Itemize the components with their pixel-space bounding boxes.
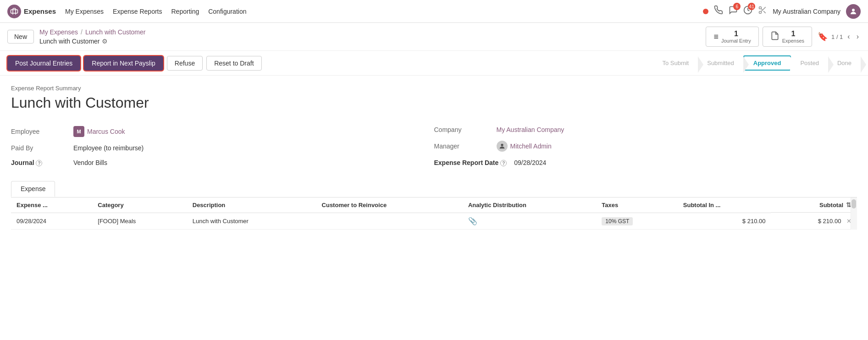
- pager-next[interactable]: ›: [855, 32, 861, 42]
- nav-my-expenses[interactable]: My Expenses: [65, 6, 104, 17]
- row-date: 09/28/2024: [11, 213, 92, 229]
- activity-badge: 41: [748, 3, 755, 10]
- breadcrumb-top: My Expenses / Lunch with Customer: [39, 28, 145, 36]
- new-button[interactable]: New: [7, 30, 34, 44]
- status-posted[interactable]: Posted: [791, 56, 828, 70]
- next-payslip-button[interactable]: Report in Next Payslip: [84, 56, 163, 71]
- app-name: Expenses: [24, 7, 56, 15]
- user-avatar[interactable]: [846, 4, 861, 19]
- col-expense-date: Expense ...: [11, 197, 92, 213]
- company-name: My Australian Company: [773, 8, 840, 15]
- form-right: Company My Australian Company Manager Mi…: [434, 122, 857, 170]
- svg-line-5: [761, 9, 763, 10]
- toolbar: New My Expenses / Lunch with Customer Lu…: [0, 23, 868, 51]
- paid-by-row: Paid By Employee (to reimburse): [11, 141, 434, 155]
- pager-prev[interactable]: ‹: [846, 32, 851, 42]
- table-container: Expense ... Category Description Custome…: [11, 197, 857, 230]
- scrollbar-thumb[interactable]: [851, 199, 856, 208]
- row-category: [FOOD] Meals: [92, 213, 187, 229]
- table-row: 09/28/2024 [FOOD] Meals Lunch with Custo…: [11, 213, 857, 229]
- journal-value: Vendor Bills: [73, 159, 107, 166]
- journal-entry-button[interactable]: ≡ 1 Journal Entry: [706, 27, 758, 47]
- company-label: Company: [434, 126, 489, 133]
- status-submitted[interactable]: Submitted: [698, 56, 743, 70]
- tax-badge: 10% GST: [602, 217, 633, 225]
- status-bar: To Submit Submitted Approved Posted Done: [653, 55, 861, 71]
- action-bar: Post Journal Entries Report in Next Pays…: [0, 51, 868, 76]
- manager-value[interactable]: Mitchell Admin: [497, 141, 552, 152]
- svg-point-1: [759, 7, 762, 9]
- analytic-link-icon[interactable]: 📎: [468, 217, 477, 225]
- chat-icon[interactable]: 6: [729, 5, 738, 17]
- pager-text: 1 / 1: [831, 33, 843, 40]
- breadcrumb: My Expenses / Lunch with Customer Lunch …: [39, 28, 700, 45]
- nav-links: My Expenses Expense Reports Reporting Co…: [65, 6, 694, 17]
- refuse-button[interactable]: Refuse: [167, 56, 203, 71]
- expenses-icon: [770, 31, 780, 43]
- app-logo: Expenses: [7, 5, 56, 18]
- chat-badge: 6: [733, 3, 741, 10]
- col-subtotal: Subtotal ⇅: [771, 197, 857, 213]
- expense-date-value: 09/28/2024: [514, 159, 546, 166]
- nav-reporting[interactable]: Reporting: [171, 6, 199, 17]
- manager-name: Mitchell Admin: [510, 143, 552, 150]
- expenses-info: 1 Expenses: [782, 30, 804, 44]
- svg-point-6: [852, 9, 855, 11]
- status-approved[interactable]: Approved: [743, 55, 791, 71]
- post-journal-button[interactable]: Post Journal Entries: [7, 56, 80, 71]
- reset-draft-button[interactable]: Reset to Draft: [206, 56, 261, 71]
- report-title: Lunch with Customer: [11, 94, 857, 111]
- expenses-button[interactable]: 1 Expenses: [763, 27, 812, 47]
- expense-table: Expense ... Category Description Custome…: [11, 197, 857, 230]
- paid-by-value: Employee (to reimburse): [73, 144, 144, 152]
- company-value[interactable]: My Australian Company: [497, 126, 564, 133]
- tabs: Expense: [11, 181, 857, 197]
- section-label: Expense Report Summary: [11, 85, 857, 92]
- col-analytic: Analytic Distribution: [463, 197, 596, 213]
- expense-date-help-icon[interactable]: ?: [500, 160, 507, 166]
- expense-date-row: Expense Report Date ? 09/28/2024: [434, 155, 857, 170]
- phone-icon[interactable]: [714, 5, 723, 17]
- breadcrumb-current-top[interactable]: Lunch with Customer: [85, 28, 146, 36]
- table-header-row: Expense ... Category Description Custome…: [11, 197, 857, 213]
- col-category: Category: [92, 197, 187, 213]
- journal-label: Journal ?: [11, 159, 66, 166]
- settings-gear-icon[interactable]: ⚙: [102, 38, 108, 45]
- form-grid: Employee M Marcus Cook Paid By Employee …: [11, 122, 857, 170]
- col-customer: Customer to Reinvoice: [316, 197, 463, 213]
- row-taxes: 10% GST: [596, 213, 677, 229]
- nav-expense-reports[interactable]: Expense Reports: [113, 6, 162, 17]
- paid-by-label: Paid By: [11, 144, 66, 152]
- journal-icon: ≡: [713, 32, 719, 42]
- breadcrumb-current-row: Lunch with Customer ⚙: [39, 38, 108, 45]
- manager-avatar: [497, 141, 508, 152]
- breadcrumb-parent[interactable]: My Expenses: [39, 28, 78, 36]
- breadcrumb-page-title: Lunch with Customer: [39, 38, 100, 45]
- employee-name: Marcus Cook: [87, 128, 125, 135]
- form-left: Employee M Marcus Cook Paid By Employee …: [11, 122, 434, 170]
- employee-value[interactable]: M Marcus Cook: [73, 126, 125, 137]
- row-customer: [316, 213, 463, 229]
- svg-point-7: [501, 144, 503, 146]
- manager-row: Manager Mitchell Admin: [434, 137, 857, 155]
- bookmark-icon[interactable]: 🔖: [818, 32, 828, 42]
- svg-line-4: [763, 11, 766, 13]
- row-analytic: 📎: [463, 213, 596, 229]
- nav-configuration[interactable]: Configuration: [208, 6, 246, 17]
- employee-label: Employee: [11, 128, 66, 135]
- activity-icon[interactable]: 41: [743, 5, 752, 17]
- company-row: Company My Australian Company: [434, 122, 857, 137]
- journal-help-icon[interactable]: ?: [36, 160, 42, 166]
- topnav-right: 6 41 My Australian Company: [703, 4, 861, 19]
- employee-row: Employee M Marcus Cook: [11, 122, 434, 141]
- pager: 1 / 1 ‹ ›: [831, 32, 861, 42]
- status-to-submit[interactable]: To Submit: [653, 56, 698, 70]
- scrollbar-track[interactable]: [851, 197, 857, 230]
- row-subtotal: $ 210.00 ✕: [771, 213, 857, 229]
- svg-point-2: [759, 11, 762, 14]
- manager-label: Manager: [434, 143, 489, 150]
- app-icon: [7, 5, 21, 18]
- tab-expense[interactable]: Expense: [11, 181, 55, 197]
- scissors-icon: [758, 5, 767, 17]
- row-description: Lunch with Customer: [187, 213, 316, 229]
